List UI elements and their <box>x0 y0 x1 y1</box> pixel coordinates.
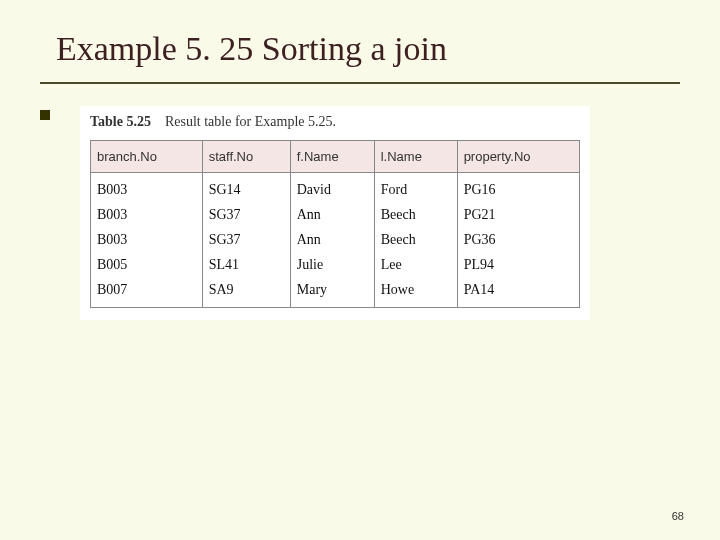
cell: Ann <box>290 203 374 228</box>
cell: Beech <box>374 228 457 253</box>
table-row: B007 SA9 Mary Howe PA14 <box>91 278 580 308</box>
cell: B003 <box>91 228 203 253</box>
cell: SA9 <box>202 278 290 308</box>
cell: PG16 <box>457 173 579 203</box>
table-figure: Table 5.25 Result table for Example 5.25… <box>80 106 590 320</box>
caption-text: Result table for Example 5.25. <box>165 114 336 129</box>
table-caption: Table 5.25 Result table for Example 5.25… <box>90 114 580 130</box>
slide-container: Example 5. 25 Sorting a join Table 5.25 … <box>0 0 720 540</box>
col-header: l.Name <box>374 141 457 173</box>
col-header: f.Name <box>290 141 374 173</box>
cell: B007 <box>91 278 203 308</box>
cell: Mary <box>290 278 374 308</box>
cell: SL41 <box>202 253 290 278</box>
cell: B003 <box>91 173 203 203</box>
table-row: B003 SG37 Ann Beech PG21 <box>91 203 580 228</box>
cell: PG21 <box>457 203 579 228</box>
cell: Lee <box>374 253 457 278</box>
cell: Howe <box>374 278 457 308</box>
result-table: branch.No staff.No f.Name l.Name propert… <box>90 140 580 308</box>
cell: Ann <box>290 228 374 253</box>
cell: SG14 <box>202 173 290 203</box>
cell: B003 <box>91 203 203 228</box>
col-header: staff.No <box>202 141 290 173</box>
cell: SG37 <box>202 203 290 228</box>
table-header-row: branch.No staff.No f.Name l.Name propert… <box>91 141 580 173</box>
bullet-icon <box>40 110 50 120</box>
cell: David <box>290 173 374 203</box>
cell: PA14 <box>457 278 579 308</box>
col-header: branch.No <box>91 141 203 173</box>
cell: Julie <box>290 253 374 278</box>
table-row: B005 SL41 Julie Lee PL94 <box>91 253 580 278</box>
col-header: property.No <box>457 141 579 173</box>
table-row: B003 SG37 Ann Beech PG36 <box>91 228 580 253</box>
caption-label: Table 5.25 <box>90 114 151 129</box>
cell: Ford <box>374 173 457 203</box>
cell: B005 <box>91 253 203 278</box>
slide-title: Example 5. 25 Sorting a join <box>56 30 670 68</box>
cell: PG36 <box>457 228 579 253</box>
cell: Beech <box>374 203 457 228</box>
cell: PL94 <box>457 253 579 278</box>
table-row: B003 SG14 David Ford PG16 <box>91 173 580 203</box>
title-underline <box>40 82 680 84</box>
cell: SG37 <box>202 228 290 253</box>
page-number: 68 <box>672 510 684 522</box>
